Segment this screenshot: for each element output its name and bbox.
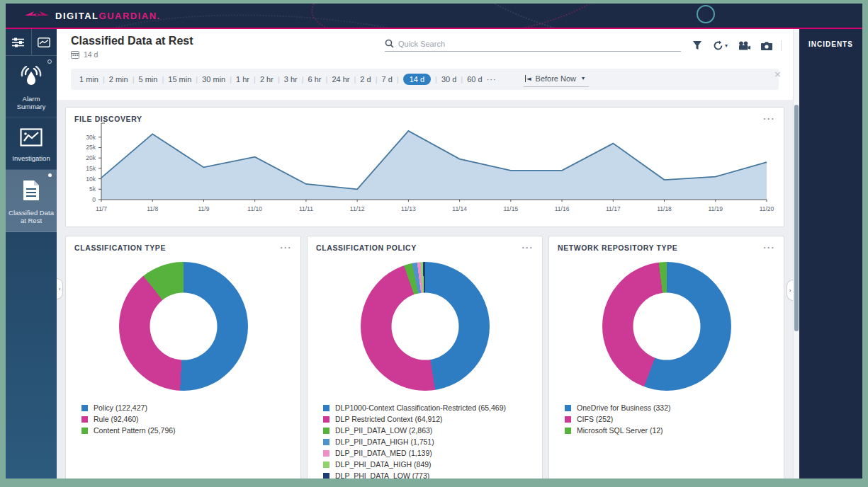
time-option-1hr[interactable]: 1 hr: [236, 75, 249, 84]
time-option-30min[interactable]: 30 min: [202, 75, 225, 84]
legend-swatch: [565, 416, 571, 423]
legend-label: DLP Restricted Context (64,912): [335, 413, 443, 425]
network-repository-legend: OneDrive for Business (332)CIFS (252)Mic…: [565, 402, 784, 436]
refresh-caret-icon[interactable]: ▾: [725, 42, 728, 49]
legend-item[interactable]: DLP_PHI_DATA_HIGH (849): [323, 459, 542, 470]
classification-type-donut[interactable]: [119, 262, 248, 391]
y-axis-tick: 10k: [73, 176, 96, 183]
panel-menu-icon[interactable]: ···: [281, 246, 293, 250]
legend-label: Content Pattern (25,796): [94, 425, 176, 436]
panel-menu-icon[interactable]: ···: [522, 246, 534, 250]
panel-title: CLASSIFICATION POLICY: [316, 244, 417, 252]
classification-policy-donut[interactable]: [361, 262, 490, 391]
legend-item[interactable]: Policy (122,427): [81, 402, 300, 413]
close-icon[interactable]: ×: [774, 69, 782, 79]
network-repository-donut[interactable]: [602, 262, 731, 391]
legend-item[interactable]: DLP_PHI_DATA_LOW (773): [323, 470, 542, 479]
dashboard-chart-icon[interactable]: [32, 29, 57, 55]
donut-hole: [633, 293, 700, 360]
legend-swatch: [323, 428, 329, 434]
time-option-1min[interactable]: 1 min: [79, 75, 98, 84]
time-option-2hr[interactable]: 2 hr: [260, 75, 274, 84]
network-repository-type-panel: NETWORK REPOSITORY TYPE ··· OneDrive for…: [548, 236, 784, 479]
time-option-60d[interactable]: 60 d: [467, 75, 482, 84]
decorative-circle: [697, 5, 715, 23]
before-now-dropdown[interactable]: ◄Before Now▾: [524, 72, 589, 87]
legend-item[interactable]: DLP_PII_DATA_MED (1,139): [323, 447, 542, 459]
calendar-icon: [71, 50, 79, 59]
time-option-2d[interactable]: 2 d: [360, 75, 371, 84]
brand-text: DIGITALGUARDIAN.: [55, 11, 161, 21]
search-icon: [385, 39, 394, 48]
sidebar-item-alarm-summary[interactable]: Alarm Summary: [6, 56, 57, 118]
time-option-7d[interactable]: 7 d: [381, 75, 392, 84]
incidents-panel[interactable]: INCIDENTS: [799, 29, 862, 479]
separator: |: [354, 75, 356, 84]
alarm-badge: [47, 59, 52, 64]
sidebar-item-classified-data-at-rest[interactable]: Classified Data at Rest: [6, 170, 57, 232]
legend-item[interactable]: DLP_PII_DATA_HIGH (1,751): [323, 436, 542, 447]
time-option-2min[interactable]: 2 min: [109, 75, 128, 84]
incidents-collapse-handle[interactable]: ›: [787, 280, 793, 301]
digital-guardian-logo[interactable]: DIGITALGUARDIAN.: [24, 9, 161, 22]
separator: |: [133, 75, 135, 84]
decorative-arc: [453, 4, 862, 28]
sidebar-item-investigation[interactable]: Investigation: [6, 118, 57, 170]
separator: |: [230, 75, 232, 84]
quick-search: [385, 39, 681, 52]
y-axis-tick: 5k: [73, 185, 96, 193]
panel-title: CLASSIFICATION TYPE: [74, 244, 166, 252]
top-bar: DIGITALGUARDIAN.: [6, 4, 862, 28]
separator: |: [162, 75, 164, 84]
panel-menu-icon[interactable]: ···: [764, 246, 776, 250]
incidents-title: INCIDENTS: [808, 40, 862, 48]
legend-item[interactable]: Rule (92,460): [81, 413, 300, 425]
decorative-arc: [307, 4, 611, 28]
app-window: DIGITALGUARDIAN.: [6, 4, 862, 479]
time-option-14d[interactable]: 14 d: [403, 74, 431, 85]
refresh-icon[interactable]: ▾: [713, 40, 728, 51]
search-input[interactable]: [398, 40, 681, 48]
time-option-15min[interactable]: 15 min: [168, 75, 191, 84]
y-axis-tick: 20k: [73, 154, 96, 161]
sidebar-item-label: Investigation: [8, 154, 55, 162]
sliders-icon[interactable]: [6, 29, 32, 55]
filter-icon[interactable]: [692, 40, 702, 50]
time-option-30d[interactable]: 30 d: [441, 75, 456, 84]
step-back-icon: ◄: [525, 75, 531, 82]
classification-type-panel: CLASSIFICATION TYPE ··· Policy (122,427)…: [65, 236, 301, 479]
selected-range-label: 14 d: [84, 50, 98, 59]
legend-item[interactable]: Content Pattern (25,796): [81, 425, 300, 436]
legend-item[interactable]: DLP1000-Context Classification-Restricte…: [323, 402, 542, 413]
legend-swatch: [81, 405, 88, 411]
sidebar: Alarm Summary Investigation Classified D…: [6, 29, 57, 479]
legend-swatch: [81, 428, 88, 434]
time-option-6hr[interactable]: 6 hr: [308, 75, 322, 84]
legend-item[interactable]: DLP_PII_DATA_LOW (2,863): [323, 425, 542, 436]
file-discovery-panel: FILE DISCOVERY ··· 05k10k15k20k25k30k11/…: [65, 107, 784, 227]
more-options-icon[interactable]: ···: [487, 75, 497, 84]
separator: |: [103, 75, 105, 84]
file-discovery-chart: 05k10k15k20k25k30k11/711/811/911/1011/11…: [73, 129, 777, 222]
video-camera-icon[interactable]: [738, 41, 750, 50]
time-range-bar: 1 min|2 min|5 min|15 min|30 min|1 hr|2 h…: [71, 69, 779, 90]
camera-icon[interactable]: [761, 41, 772, 50]
time-option-3hr[interactable]: 3 hr: [284, 75, 298, 84]
scrollbar-thumb[interactable]: [794, 105, 799, 331]
wing-logo-icon: [24, 9, 50, 22]
sidebar-collapse-handle[interactable]: ‹: [57, 278, 63, 299]
legend-swatch: [323, 462, 329, 468]
legend-item[interactable]: Microsoft SQL Server (12): [565, 425, 784, 436]
legend-item[interactable]: OneDrive for Business (332): [565, 402, 784, 413]
time-option-24hr[interactable]: 24 hr: [332, 75, 349, 84]
legend-item[interactable]: DLP Restricted Context (64,912): [323, 413, 542, 425]
time-option-5min[interactable]: 5 min: [139, 75, 158, 84]
legend-swatch: [323, 416, 329, 423]
legend-swatch: [323, 450, 329, 457]
separator: |: [326, 75, 328, 84]
y-axis-tick: 15k: [73, 165, 96, 172]
legend-label: DLP1000-Context Classification-Restricte…: [335, 402, 506, 413]
vertical-scrollbar[interactable]: [793, 29, 799, 479]
panel-menu-icon[interactable]: ···: [764, 117, 776, 121]
legend-item[interactable]: CIFS (252): [565, 413, 784, 425]
